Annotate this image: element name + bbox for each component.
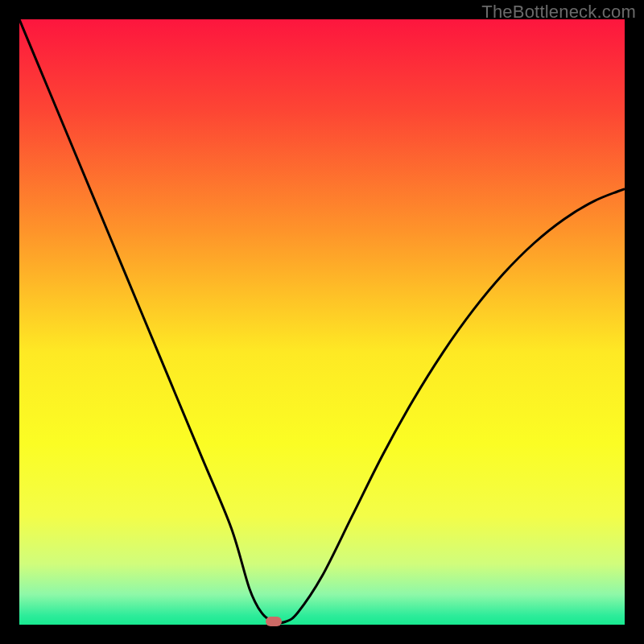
watermark-text: TheBottleneck.com [481,2,636,23]
chart-svg [19,19,625,625]
chart-frame [19,19,625,625]
chart-background [19,19,625,625]
minimum-marker [266,617,282,626]
